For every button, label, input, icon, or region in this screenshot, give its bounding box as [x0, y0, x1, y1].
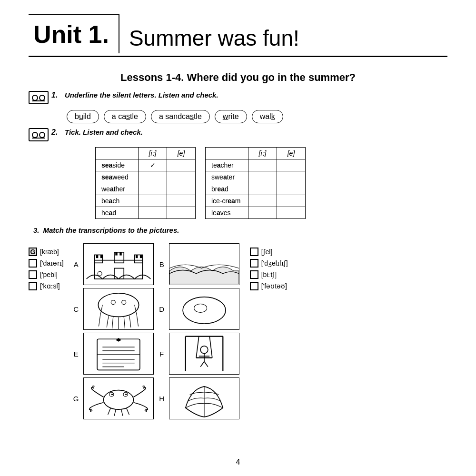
- trans-text-diary: ['daɪərɪ]: [40, 259, 64, 267]
- word-cell: seaweed: [96, 171, 139, 183]
- picture-h: [169, 377, 239, 419]
- table-row: seaweed: [96, 171, 196, 183]
- unit-title: Unit 1.: [33, 20, 109, 49]
- word-cell: ice-cream: [206, 195, 248, 207]
- trans-item-jellyfish: ['dʒelɪfɪʃ]: [250, 259, 288, 268]
- svg-rect-8: [136, 255, 138, 258]
- ex2-instruction: Tick. Listen and check.: [65, 128, 143, 136]
- svg-rect-10: [114, 268, 124, 278]
- word-cell: beach: [96, 195, 139, 207]
- grid-label-c: C: [71, 305, 81, 313]
- e-cell: [277, 171, 306, 183]
- checkbox-g[interactable]: G: [29, 248, 37, 256]
- svg-rect-4: [96, 255, 98, 258]
- ii-cell: [139, 183, 167, 195]
- trans-item-pebble: ['pebl]: [29, 270, 64, 279]
- svg-line-39: [127, 408, 129, 415]
- trans-item-photo: ['fəʊtəʊ]: [250, 282, 288, 290]
- checkbox-shell[interactable]: [250, 248, 258, 256]
- ex2-number: 2.: [51, 128, 61, 137]
- table-row: teacher: [206, 159, 306, 171]
- ii-cell: ✓: [139, 159, 167, 171]
- tape-icon-1: [29, 91, 49, 104]
- ii-cell: [248, 171, 277, 183]
- unit-subtitle: Summer was fun!: [129, 25, 299, 53]
- word-cell: bread: [206, 183, 248, 195]
- svg-point-12: [98, 293, 139, 317]
- bubble-sandcastle: a sandcastle: [151, 110, 210, 123]
- col-word-left: [96, 148, 139, 159]
- checkbox-pebble[interactable]: [29, 270, 37, 279]
- picture-d: [169, 288, 239, 330]
- e-cell: [167, 207, 196, 219]
- col-e-right: [e]: [277, 148, 306, 159]
- page-header: Unit 1. Summer was fun!: [29, 14, 447, 57]
- unit-box: Unit 1.: [29, 14, 119, 53]
- swing-svg: [169, 334, 239, 374]
- bubble-castle: a castle: [104, 110, 146, 123]
- svg-point-42: [111, 394, 113, 395]
- e-cell: [277, 183, 306, 195]
- crab-svg: [84, 378, 153, 418]
- castle-svg: [84, 244, 153, 284]
- e-cell: [167, 171, 196, 183]
- phonics-table-left: [iː] [e] seaside ✓ seaweed weather: [95, 147, 196, 219]
- picture-g: [83, 377, 154, 419]
- checkbox-castle[interactable]: [29, 282, 37, 290]
- trans-text-shell: [ʃel]: [261, 248, 273, 256]
- tables-container: [iː] [e] seaside ✓ seaweed weather: [95, 147, 447, 219]
- grid-label-d: D: [157, 305, 167, 313]
- table-row: leaves: [206, 207, 306, 219]
- trans-text-jellyfish: ['dʒelɪfɪʃ]: [261, 259, 288, 267]
- ii-cell: [248, 207, 277, 219]
- right-transcriptions: [ʃel] ['dʒelɪfɪʃ] [biːtʃ] ['fəʊtəʊ]: [250, 243, 288, 420]
- table-row: seaside ✓: [96, 159, 196, 171]
- picture-b: [169, 243, 239, 285]
- checkbox-jellyfish[interactable]: [250, 259, 258, 268]
- word-cell: seaside: [96, 159, 139, 171]
- ex3-number: 3.: [33, 226, 40, 234]
- svg-rect-7: [119, 252, 121, 256]
- svg-point-15: [183, 297, 226, 324]
- col-e-left: [e]: [167, 148, 196, 159]
- table-row: ice-cream: [206, 195, 306, 207]
- trans-text-krab: [kræb]: [40, 248, 59, 256]
- tape-icon-2: [29, 128, 49, 141]
- word-cell: teacher: [206, 159, 248, 171]
- col-word-right: [206, 148, 248, 159]
- e-cell: [277, 159, 306, 171]
- word-cell: leaves: [206, 207, 248, 219]
- checkbox-photo[interactable]: [250, 282, 258, 290]
- ii-cell: [248, 195, 277, 207]
- trans-item-diary: ['daɪərɪ]: [29, 259, 64, 268]
- svg-line-38: [121, 409, 122, 416]
- col-ii-left: [iː]: [139, 148, 167, 159]
- trans-item-castle: ['kɑːsl]: [29, 282, 64, 290]
- e-cell: [277, 207, 306, 219]
- table-row: bread: [206, 183, 306, 195]
- grid-label-b: B: [157, 260, 167, 268]
- pebble-svg: [169, 289, 239, 329]
- page-number: 4: [236, 458, 240, 466]
- ex1-instruction: Underline the silent letters. Listen and…: [65, 91, 218, 99]
- picture-grid: A: [71, 243, 240, 420]
- grid-label-e: E: [71, 350, 81, 358]
- svg-point-13: [111, 300, 115, 304]
- tape-line-2: [32, 138, 45, 139]
- picture-a: [83, 243, 154, 285]
- col-ii-right: [iː]: [248, 148, 277, 159]
- checkbox-diary[interactable]: [29, 259, 37, 268]
- exercise-3-container: 3. Match the transcriptions to the pictu…: [29, 226, 447, 420]
- word-bubbles: build a castle a sandcastle write walk: [67, 110, 447, 123]
- checkbox-beach[interactable]: [250, 270, 258, 279]
- svg-line-33: [200, 361, 204, 367]
- e-cell: [167, 183, 196, 195]
- picture-f: [169, 333, 239, 375]
- svg-rect-5: [100, 255, 102, 258]
- ii-cell: [139, 195, 167, 207]
- exercise-2-row: 2. Tick. Listen and check.: [29, 128, 447, 141]
- phonics-table-right: [iː] [e] teacher sweater bread: [205, 147, 306, 219]
- table-row: sweater: [206, 171, 306, 183]
- svg-point-43: [125, 394, 127, 395]
- ii-cell: [248, 183, 277, 195]
